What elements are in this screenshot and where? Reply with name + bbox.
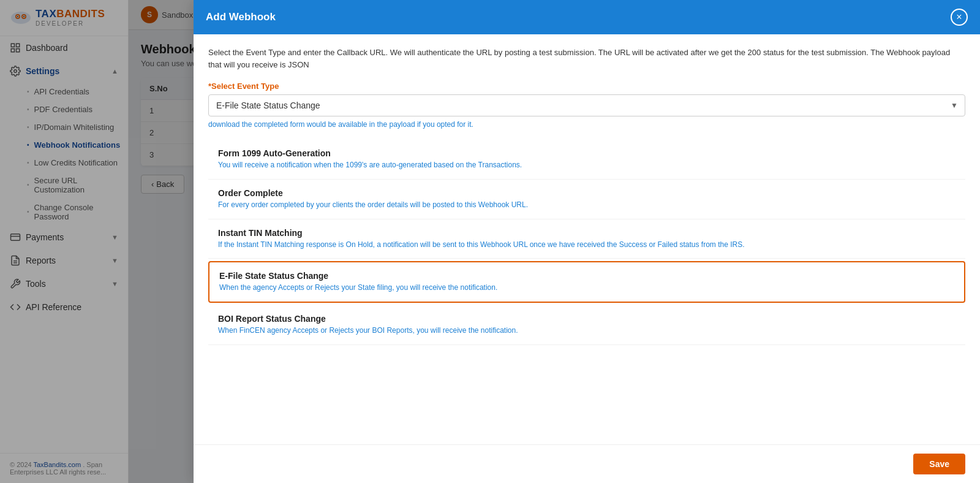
event-option-form1099-title: Form 1099 Auto-Generation [218,148,956,158]
event-option-tin-matching-title: Instant TIN Matching [218,228,956,238]
event-type-select-wrapper: E-File State Status Change Form 1099 Aut… [208,94,965,116]
event-option-order-complete[interactable]: Order Complete For every order completed… [208,180,965,219]
event-option-boi-report[interactable]: BOI Report Status Change When FinCEN age… [208,305,965,345]
modal-header: Add Webhook × [194,0,980,34]
event-option-form1099-desc: You will receive a notification when the… [218,160,956,170]
save-button[interactable]: Save [913,454,965,474]
event-type-select[interactable]: E-File State Status Change Form 1099 Aut… [208,94,965,116]
select-note: download the completed form would be ava… [208,120,965,129]
event-option-boi-report-title: BOI Report Status Change [218,314,956,324]
modal-title: Add Webhook [206,11,276,23]
event-type-label: *Select Event Type [208,82,965,91]
event-options-list: Form 1099 Auto-Generation You will recei… [208,140,965,345]
modal-body: Select the Event Type and enter the Call… [194,34,980,444]
event-option-tin-matching[interactable]: Instant TIN Matching If the Instant TIN … [208,219,965,259]
modal-close-button[interactable]: × [951,9,968,26]
event-option-boi-report-desc: When FinCEN agency Accepts or Rejects yo… [218,325,956,336]
modal-description: Select the Event Type and enter the Call… [208,47,965,70]
event-option-efile-state-title: E-File State Status Change [219,271,954,281]
event-option-efile-state-desc: When the agency Accepts or Rejects your … [219,283,954,293]
add-webhook-modal: Add Webhook × Select the Event Type and … [194,0,980,483]
modal-footer: Save [194,444,980,483]
event-option-efile-state[interactable]: E-File State Status Change When the agen… [208,261,965,303]
event-option-tin-matching-desc: If the Instant TIN Matching response is … [218,240,956,250]
event-option-order-complete-title: Order Complete [218,188,956,198]
event-option-form1099[interactable]: Form 1099 Auto-Generation You will recei… [208,140,965,180]
event-option-order-complete-desc: For every order completed by your client… [218,200,956,210]
modal-overlay: Add Webhook × Select the Event Type and … [0,0,980,483]
